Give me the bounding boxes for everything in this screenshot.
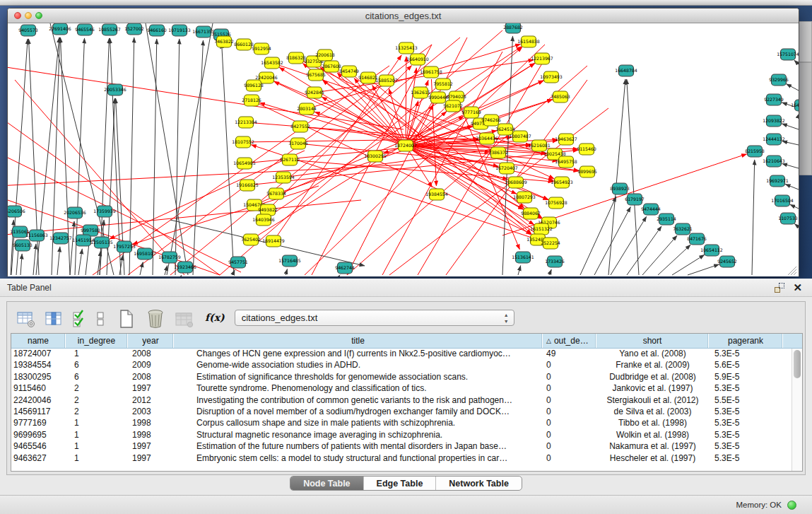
citation-edge-black[interactable] (642, 235, 677, 275)
citation-edge-black[interactable] (549, 269, 551, 275)
graph-node-yellow[interactable]: 7386372 (488, 147, 508, 158)
new-document-icon[interactable] (119, 307, 134, 328)
citation-edge-black[interactable] (580, 197, 616, 275)
graph-node-teal[interactable]: 9405573 (18, 25, 38, 36)
citation-edge-black[interactable] (222, 43, 234, 275)
citation-edge-black[interactable] (175, 39, 180, 275)
graph-node-teal[interactable]: 7632621 (673, 223, 693, 235)
graph-node-teal[interactable]: 2887682 (503, 23, 523, 33)
citation-edge-black[interactable] (790, 204, 799, 209)
graph-node-yellow[interactable]: 9884067 (521, 208, 541, 219)
graph-node-yellow[interactable]: 8267110 (280, 154, 300, 165)
graph-node-teal[interactable]: 12093822 (763, 115, 785, 127)
graph-node-teal[interactable]: 8938923 (610, 183, 630, 194)
graph-node-yellow[interactable]: 9896128 (244, 80, 264, 91)
graph-node-teal[interactable]: 1733426 (545, 256, 565, 267)
graph-node-teal[interactable]: 16782759 (158, 252, 181, 263)
graph-node-teal[interactable]: 15716485 (278, 255, 301, 267)
table-scrollbar-thumb[interactable] (794, 350, 801, 378)
graph-node-teal[interactable]: 10654112 (700, 245, 723, 256)
table-scrollbar[interactable] (792, 349, 802, 472)
citation-edge-black[interactable] (782, 163, 799, 168)
citation-edge-black[interactable] (658, 245, 690, 275)
table-selector-dropdown[interactable]: citations_edges.txt ▲▼ (235, 310, 514, 326)
graph-node-yellow[interactable]: 9990444 (428, 92, 448, 103)
column-header-pagerank[interactable]: pagerank (709, 334, 783, 348)
column-header-year[interactable]: year (128, 334, 174, 348)
graph-node-teal[interactable]: 16405112 (791, 100, 799, 111)
column-header-out_de[interactable]: △out_de… (543, 334, 596, 348)
citation-edge-black[interactable] (20, 254, 22, 275)
graph-node-teal[interactable]: 16210643 (763, 156, 785, 167)
table-row[interactable]: 1938455462009Genome-wide association stu… (11, 360, 802, 371)
citation-edge-black[interactable] (518, 266, 521, 275)
graph-node-yellow[interactable]: 16914479 (262, 235, 285, 247)
graph-node-teal[interactable]: 9245652 (717, 256, 737, 267)
graph-node-yellow[interactable]: 19463627 (555, 134, 577, 145)
close-panel-icon[interactable]: ✕ (793, 283, 802, 293)
citation-edge-black[interactable] (627, 226, 661, 275)
table-mode-icon[interactable] (17, 307, 35, 328)
graph-node-teal[interactable]: 9465546 (75, 24, 95, 35)
graph-node-teal[interactable]: 6179197 (625, 194, 645, 205)
citation-edge-black[interactable] (794, 60, 799, 64)
table-row[interactable]: 969969511998Structural magnetic resonanc… (11, 430, 802, 441)
graph-node-yellow[interactable]: 10756928 (545, 197, 567, 209)
graph-node-teal[interactable]: 8215958 (745, 146, 765, 157)
graph-node-teal[interactable]: 9605133 (13, 240, 33, 251)
graph-node-yellow[interactable]: 8427552 (290, 121, 310, 132)
citation-edge-black[interactable] (286, 269, 288, 275)
graph-node-yellow[interactable]: 2718126 (242, 95, 261, 106)
table-row[interactable]: 2242004622012Investigating the contribut… (11, 395, 802, 407)
show-columns-icon[interactable] (45, 307, 62, 328)
table-body[interactable]: 1872400712008Changes of HCN gene express… (11, 349, 802, 465)
citation-edge-black[interactable] (752, 160, 755, 275)
select-all-icon[interactable] (72, 307, 86, 328)
graph-node-yellow[interactable]: 2522254 (541, 238, 560, 249)
graph-node-yellow[interactable]: 7485063 (551, 91, 570, 103)
citation-edge-red[interactable] (8, 115, 220, 275)
table-row[interactable]: 1830029562008Estimation of significance … (11, 372, 802, 383)
network-canvas[interactable]: 9405573276914069465546108552671527002946… (8, 23, 799, 276)
graph-node-yellow[interactable]: 7955812 (433, 78, 453, 90)
table-row[interactable]: 946554611997Estimation of the future num… (11, 441, 802, 452)
citation-edge-black[interactable] (78, 249, 82, 275)
graph-node-yellow[interactable]: 8186328 (286, 52, 306, 64)
graph-node-teal[interactable]: 10855267 (98, 24, 121, 35)
graph-node-teal[interactable]: 15751074 (777, 49, 799, 60)
citation-edge-black[interactable] (140, 262, 143, 275)
graph-node-yellow[interactable]: 11325413 (395, 42, 418, 54)
graph-node-yellow[interactable]: 12213384 (235, 117, 257, 128)
citation-edge-red[interactable] (406, 57, 406, 139)
citation-network-graph[interactable]: 9405573276914069465546108552671527002946… (8, 23, 799, 276)
graph-node-yellow[interactable]: 9777169 (461, 107, 481, 118)
graph-node-teal[interactable]: 19692971 (766, 175, 789, 187)
tab-node-table[interactable]: Node Table (290, 477, 363, 490)
table-header-row[interactable]: namein_degreeyeartitle△out_de…shortpager… (11, 334, 802, 349)
graph-node-yellow[interactable]: 5678334 (266, 188, 286, 199)
graph-node-teal[interactable]: 10719133 (168, 25, 191, 36)
column-header-in_degree[interactable]: in_degree (66, 334, 128, 348)
graph-node-yellow[interactable]: 9746266 (481, 115, 501, 126)
unselect-all-icon[interactable] (96, 307, 105, 328)
graph-node-yellow[interactable]: 9115460 (577, 144, 596, 155)
citation-edge-black[interactable] (611, 216, 647, 275)
column-header-title[interactable]: title (174, 334, 543, 348)
graph-node-yellow[interactable]: 10654985 (233, 158, 256, 169)
graph-node-teal[interactable]: 12444132 (763, 134, 785, 145)
graph-node-teal[interactable]: 16648784 (615, 65, 637, 76)
citation-edge-black[interactable] (193, 40, 203, 275)
citation-edge-black[interactable] (57, 247, 60, 275)
graph-node-yellow[interactable]: 16154838 (517, 36, 540, 47)
graph-node-teal[interactable]: 8471676 (687, 233, 707, 245)
citation-edge-black[interactable] (688, 264, 719, 275)
graph-node-yellow[interactable]: 18807293 (513, 192, 536, 203)
network-window[interactable]: citations_edges.txt 94055732769140694655… (7, 8, 799, 276)
citation-edge-black[interactable] (608, 79, 625, 275)
graph-node-yellow[interactable]: 7625402 (241, 234, 261, 245)
network-window-titlebar[interactable]: citations_edges.txt (8, 8, 799, 23)
graph-node-teal[interactable]: 9474444 (641, 204, 661, 215)
graph-node-yellow[interactable]: 5621072 (443, 100, 463, 112)
graph-node-yellow[interactable]: 8660128 (234, 39, 254, 50)
function-builder-icon[interactable]: f(x) (205, 312, 225, 323)
